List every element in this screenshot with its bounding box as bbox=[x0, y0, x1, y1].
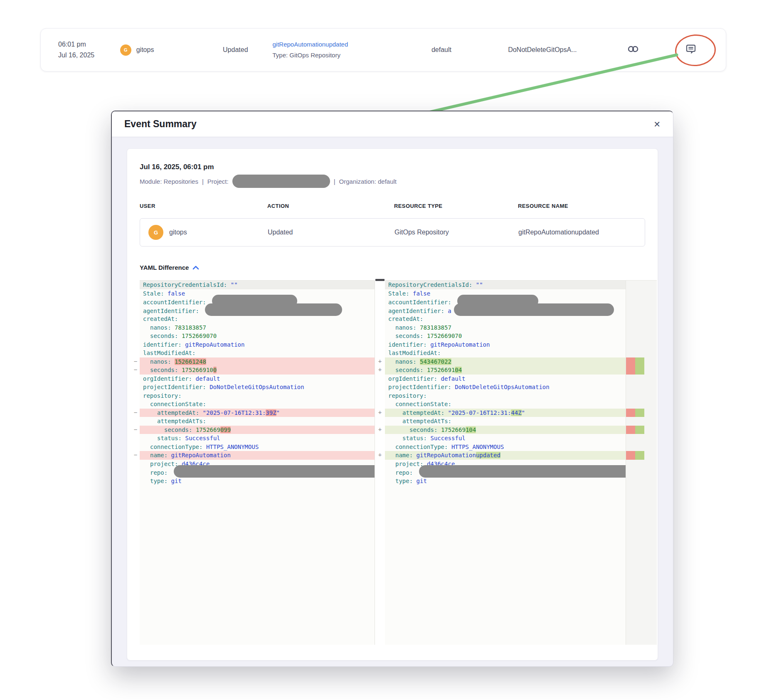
diff-line-marker bbox=[375, 374, 385, 383]
diff-line-marker bbox=[131, 417, 140, 425]
diff-line-marker bbox=[375, 459, 385, 468]
diff-line-marker bbox=[375, 280, 385, 289]
diff-line-marker bbox=[375, 348, 385, 357]
yaml-difference-label: YAML Difference bbox=[140, 264, 189, 271]
avatar: G bbox=[120, 44, 131, 56]
diff-scrollbar-strip[interactable] bbox=[645, 280, 657, 645]
close-icon[interactable]: ✕ bbox=[653, 120, 661, 128]
diff-line: nanos: 783183857 bbox=[385, 323, 626, 332]
redacted-value-pill bbox=[205, 303, 342, 316]
minimap-row bbox=[626, 323, 645, 332]
resource-cell: gitRepoAutomationupdated Type: GitOps Re… bbox=[273, 39, 409, 61]
diff-line: repo: bbox=[140, 468, 375, 477]
minimap-row bbox=[626, 332, 645, 340]
diff-line-marker bbox=[375, 289, 385, 298]
diff-line: connectionType: HTTPS_ANONYMOUS bbox=[385, 443, 626, 451]
row-user-cell: G gitops bbox=[140, 225, 268, 240]
diff-line-marker bbox=[375, 434, 385, 442]
diff-line: seconds: 1752669100 bbox=[140, 366, 375, 375]
organization-cell: default bbox=[409, 46, 475, 54]
diff-line-marker: + bbox=[375, 357, 385, 366]
modal-title: Event Summary bbox=[124, 118, 197, 130]
diff-line-marker bbox=[375, 391, 385, 400]
diff-line-marker bbox=[375, 417, 385, 425]
diff-line-marker bbox=[131, 306, 140, 315]
diff-line: seconds: 1752669070 bbox=[385, 332, 626, 340]
diff-line: type: git bbox=[385, 477, 626, 486]
diff-line: attemptedAt: "2025-07-16T12:31:44Z" bbox=[385, 409, 626, 417]
diff-line: status: Successful bbox=[140, 434, 375, 443]
diff-line-marker: − bbox=[131, 408, 140, 417]
diff-line-marker bbox=[375, 340, 385, 349]
diff-line: connectionType: HTTPS_ANONYMOUS bbox=[140, 443, 375, 451]
row-action: Updated bbox=[268, 229, 394, 236]
diff-line: seconds: 1752669099 bbox=[140, 426, 375, 434]
diff-line-marker: − bbox=[131, 365, 140, 374]
diff-line: type: git bbox=[140, 477, 375, 486]
diff-line-marker bbox=[375, 399, 385, 408]
diff-line-marker bbox=[131, 280, 140, 289]
diff-right-gutter: +++++ bbox=[375, 280, 385, 645]
minimap-row bbox=[626, 315, 645, 323]
diff-line-marker bbox=[131, 468, 140, 476]
diff-line-marker: + bbox=[375, 408, 385, 417]
row-resource-name: gitRepoAutomationupdated bbox=[518, 229, 645, 236]
yaml-diff-viewer: −−−−− RepositoryCredentialsId: ""Stale: … bbox=[131, 280, 655, 645]
chevron-up-icon[interactable] bbox=[192, 266, 199, 270]
modal-body: Jul 16, 2025, 06:01 pm Module: Repositor… bbox=[112, 137, 673, 666]
minimap-row bbox=[626, 375, 645, 383]
module-label: Module: Repositories bbox=[140, 178, 198, 185]
chain-link-icon[interactable] bbox=[627, 44, 639, 55]
diff-resize-handle[interactable] bbox=[375, 279, 385, 281]
diff-line-marker bbox=[375, 476, 385, 485]
diff-line-marker bbox=[131, 323, 140, 332]
event-summary-note-icon[interactable] bbox=[685, 43, 697, 57]
diff-line: seconds: 1752669070 bbox=[140, 332, 375, 340]
diff-line: identifier: gitRepoAutomation bbox=[385, 340, 626, 349]
event-detail-card: Jul 16, 2025, 06:01 pm Module: Repositor… bbox=[127, 148, 658, 661]
diff-line-marker bbox=[131, 297, 140, 306]
diff-line-marker bbox=[131, 331, 140, 340]
diff-line-marker bbox=[375, 297, 385, 306]
diff-line: status: Successful bbox=[385, 434, 626, 443]
diff-line: nanos: 152661248 bbox=[140, 357, 375, 366]
diff-line: nanos: 543467022 bbox=[385, 357, 626, 366]
diff-line: attemptedAt: "2025-07-16T12:31:39Z" bbox=[140, 409, 375, 417]
diff-line-marker bbox=[131, 289, 140, 298]
audit-log-row[interactable]: 06:01 pm Jul 16, 2025 G gitops Updated g… bbox=[40, 28, 726, 71]
minimap-row bbox=[626, 426, 645, 434]
event-date: Jul 16, 2025 bbox=[58, 50, 120, 61]
col-header-resource-name: RESOURCE NAME bbox=[518, 203, 645, 209]
event-meta-line: Module: Repositories | Project: | Organi… bbox=[140, 175, 645, 188]
user-name: gitops bbox=[136, 46, 154, 54]
diff-line: lastModifiedAt: bbox=[385, 349, 626, 357]
project-label: Project: bbox=[207, 178, 229, 185]
organization-label: Organization: default bbox=[339, 178, 397, 185]
minimap-row bbox=[626, 460, 645, 468]
diff-line: attemptedAtTs: bbox=[140, 417, 375, 426]
resource-name-link[interactable]: gitRepoAutomationupdated bbox=[273, 39, 409, 50]
diff-line: attemptedAtTs: bbox=[385, 417, 626, 426]
diff-line-marker: + bbox=[375, 425, 385, 434]
diff-line-marker bbox=[375, 314, 385, 323]
summary-table-headers: USER ACTION RESOURCE TYPE RESOURCE NAME bbox=[140, 203, 645, 209]
diff-line-marker bbox=[375, 306, 385, 315]
minimap-row bbox=[626, 477, 645, 486]
diff-line-marker bbox=[375, 468, 385, 476]
diff-line: seconds: 1752669104 bbox=[385, 366, 626, 375]
diff-line: name: gitRepoAutomation bbox=[140, 451, 375, 460]
diff-line-marker bbox=[375, 331, 385, 340]
diff-line-marker bbox=[131, 391, 140, 400]
diff-line: createdAt: bbox=[385, 315, 626, 323]
resource-type-text: Type: GitOps Repository bbox=[273, 50, 409, 61]
minimap-row bbox=[626, 434, 645, 443]
minimap-row bbox=[626, 281, 645, 289]
diff-line: name: gitRepoAutomationupdated bbox=[385, 451, 626, 460]
diff-line: identifier: gitRepoAutomation bbox=[140, 340, 375, 349]
diff-line-marker: + bbox=[375, 451, 385, 459]
minimap-row bbox=[626, 409, 645, 417]
diff-line-marker bbox=[375, 323, 385, 332]
diff-line-marker bbox=[131, 314, 140, 323]
diff-line: lastModifiedAt: bbox=[140, 349, 375, 357]
minimap-row bbox=[626, 417, 645, 426]
